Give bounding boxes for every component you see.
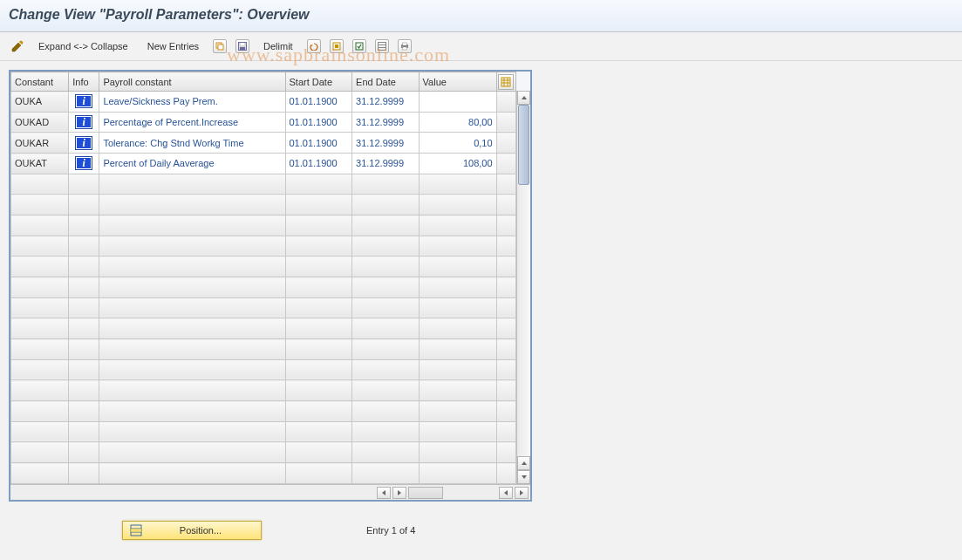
cell-empty[interactable] (352, 442, 420, 463)
info-icon[interactable]: i (75, 94, 92, 108)
cell-value[interactable]: 80,00 (419, 112, 496, 133)
cell-empty[interactable] (496, 256, 516, 277)
cell-start-date[interactable]: 01.01.1900 (285, 112, 352, 133)
cell-empty[interactable] (352, 380, 420, 401)
cell-empty[interactable] (496, 339, 516, 360)
cell-info[interactable]: i (69, 92, 99, 113)
cell-empty[interactable] (99, 215, 285, 236)
hscroll-track[interactable] (408, 487, 443, 499)
cell-empty[interactable] (11, 463, 69, 484)
cell-empty[interactable] (11, 339, 69, 360)
cell-empty[interactable] (285, 421, 352, 442)
cell-payroll-constant[interactable]: Leave/Sickness Pay Prem. (99, 92, 285, 113)
cell-empty[interactable] (285, 318, 352, 339)
cell-empty[interactable] (69, 359, 99, 380)
table-config-icon[interactable] (498, 74, 514, 90)
cell-empty[interactable] (69, 339, 99, 360)
cell-empty[interactable] (352, 174, 420, 195)
cell-empty[interactable] (11, 442, 69, 463)
cell-empty[interactable] (285, 195, 352, 215)
cell-empty[interactable] (11, 256, 69, 277)
cell-empty[interactable] (69, 380, 99, 401)
table-row-empty[interactable] (11, 421, 516, 442)
cell-empty[interactable] (496, 318, 516, 339)
cell-empty[interactable] (99, 421, 285, 442)
scroll-right-icon[interactable] (392, 487, 406, 499)
cell-info[interactable]: i (69, 133, 99, 154)
cell-empty[interactable] (419, 277, 496, 298)
cell-empty[interactable] (99, 463, 285, 484)
cell-payroll-constant[interactable]: Tolerance: Chg Stnd Workg Time (99, 133, 285, 154)
cell-empty[interactable] (496, 174, 516, 195)
cell-constant[interactable]: OUKAR (11, 133, 69, 154)
cell-constant[interactable]: OUKAD (11, 112, 69, 133)
cell-empty[interactable] (69, 256, 99, 277)
cell-empty[interactable] (99, 442, 285, 463)
cell-empty[interactable] (352, 318, 420, 339)
cell-empty[interactable] (496, 359, 516, 380)
cell-info[interactable]: i (69, 112, 99, 133)
cell-empty[interactable] (352, 277, 420, 298)
table-row[interactable]: OUKAiLeave/Sickness Pay Prem.01.01.19003… (11, 92, 516, 113)
cell-end-date[interactable]: 31.12.9999 (352, 92, 420, 113)
copy-icon[interactable] (211, 38, 229, 55)
table-row[interactable]: OUKADiPercentage of Percent.Increase01.0… (11, 112, 516, 133)
table-row-empty[interactable] (11, 277, 516, 298)
cell-empty[interactable] (419, 463, 496, 484)
cell-empty[interactable] (11, 277, 69, 298)
cell-empty[interactable] (496, 442, 516, 463)
cell-empty[interactable] (99, 297, 285, 318)
cell-empty[interactable] (99, 401, 285, 422)
cell-empty[interactable] (11, 318, 69, 339)
cell-empty[interactable] (352, 463, 420, 484)
cell-empty[interactable] (352, 256, 420, 277)
cell-empty[interactable] (11, 421, 69, 442)
cell-empty[interactable] (496, 463, 516, 484)
cell-start-date[interactable]: 01.01.1900 (285, 133, 352, 154)
scroll-thumb[interactable] (518, 105, 529, 185)
cell-value[interactable]: 0,10 (419, 133, 496, 154)
cell-empty[interactable] (419, 318, 496, 339)
cell-empty[interactable] (496, 277, 516, 298)
cell-empty[interactable] (352, 421, 420, 442)
cell-empty[interactable] (285, 339, 352, 360)
cell-empty[interactable] (496, 297, 516, 318)
cell-empty[interactable] (496, 380, 516, 401)
table-row[interactable]: OUKATiPercent of Daily Aaverage01.01.190… (11, 154, 516, 174)
table-row-empty[interactable] (11, 380, 516, 401)
cell-empty[interactable] (69, 318, 99, 339)
table-row-empty[interactable] (11, 236, 516, 256)
cell-end-date[interactable]: 31.12.9999 (352, 154, 420, 174)
cell-empty[interactable] (99, 359, 285, 380)
scroll-up-icon[interactable] (517, 91, 530, 105)
save-icon[interactable] (234, 38, 251, 55)
cell-empty[interactable] (419, 380, 496, 401)
info-icon[interactable]: i (75, 136, 92, 150)
col-constant[interactable]: Constant (11, 72, 69, 92)
horizontal-scrollbar[interactable] (10, 484, 530, 500)
undo-icon[interactable] (305, 38, 323, 55)
cell-empty[interactable] (352, 339, 420, 360)
cell-empty[interactable] (285, 297, 352, 318)
pencil-icon[interactable] (9, 38, 26, 55)
cell-empty[interactable] (285, 174, 352, 195)
cell-empty[interactable] (69, 215, 99, 236)
cell-empty[interactable] (285, 380, 352, 401)
table-row[interactable]: OUKARiTolerance: Chg Stnd Workg Time01.0… (11, 133, 516, 154)
cell-empty[interactable] (69, 421, 99, 442)
cell-empty[interactable] (496, 421, 516, 442)
cell-empty[interactable] (419, 297, 496, 318)
cell-empty[interactable] (285, 442, 352, 463)
table-row-empty[interactable] (11, 339, 516, 360)
select-all-icon[interactable] (328, 38, 345, 55)
cell-empty[interactable] (99, 277, 285, 298)
cell-empty[interactable] (496, 401, 516, 422)
cell-empty[interactable] (69, 297, 99, 318)
print-icon[interactable] (396, 38, 413, 55)
cell-empty[interactable] (11, 174, 69, 195)
cell-empty[interactable] (99, 380, 285, 401)
cell-empty[interactable] (99, 318, 285, 339)
cell-empty[interactable] (11, 401, 69, 422)
deselect-all-icon[interactable] (351, 38, 368, 55)
scroll-line-up-icon[interactable] (517, 456, 530, 470)
